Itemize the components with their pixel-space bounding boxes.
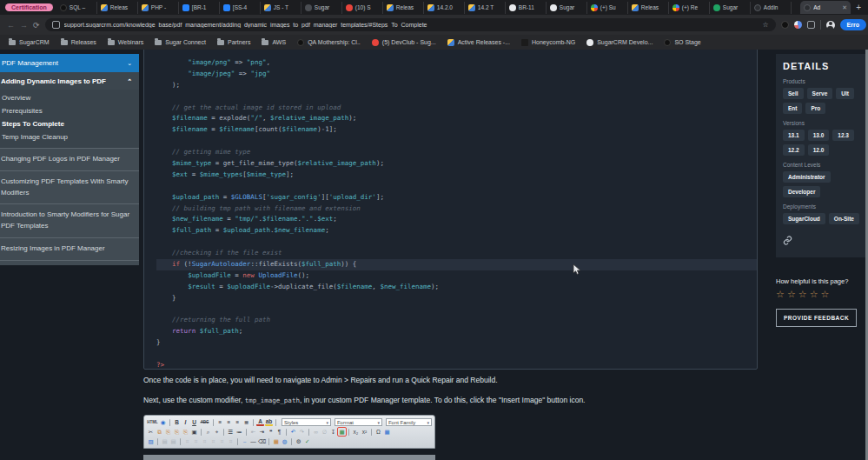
browser-tab[interactable]: PHP - xyxy=(138,2,179,14)
toolbar-icon[interactable]: ↷ xyxy=(298,428,306,436)
toolbar-icon[interactable]: ≡ xyxy=(234,418,242,426)
extensions-icon[interactable] xyxy=(807,21,815,29)
sidebar-sub-item[interactable]: Steps To Complete xyxy=(0,117,139,130)
toolbar-icon[interactable]: ⎘ xyxy=(173,428,181,436)
toolbar-icon[interactable]: ⌗ xyxy=(183,437,191,445)
new-tab-button[interactable]: + xyxy=(851,3,866,12)
bookmark-item[interactable]: SO Stage xyxy=(664,39,700,46)
toolbar-icon[interactable]: ¶ xyxy=(275,428,283,436)
toolbar-icon[interactable]: ✓ xyxy=(303,437,311,445)
sidebar-sub-item[interactable]: Overview xyxy=(0,91,139,104)
toolbar-icon[interactable] xyxy=(253,419,254,426)
bookmark-star-icon[interactable]: ☆ xyxy=(762,21,768,29)
toolbar-icon[interactable]: ≡ xyxy=(216,418,224,426)
toolbar-icon[interactable]: ▦ xyxy=(272,437,280,445)
toolbar-icon[interactable]: Ω xyxy=(374,428,382,436)
toolbar-icon[interactable] xyxy=(169,419,170,426)
toolbar-icon[interactable]: ❝ xyxy=(267,428,275,436)
bookmark-item[interactable]: SugarCRM Develo... xyxy=(586,39,653,46)
sidebar-link[interactable]: Changing PDF Logos in PDF Manager xyxy=(0,148,139,170)
toolbar-icon[interactable]: ⌫ xyxy=(258,437,266,445)
toolbar-icon[interactable]: ∞ xyxy=(312,428,320,436)
toolbar-icon[interactable] xyxy=(286,429,287,436)
toolbar-icon[interactable]: B xyxy=(173,418,181,426)
star-icon[interactable]: ☆ xyxy=(787,289,798,299)
browser-tab[interactable]: (+) Su xyxy=(587,2,628,14)
toolbar-icon[interactable]: ⌖ xyxy=(213,428,221,436)
toolbar-icon[interactable]: ab xyxy=(265,418,273,426)
toolbar-icon[interactable]: ↶ xyxy=(289,428,297,436)
toolbar-icon[interactable]: ⌕ xyxy=(204,428,212,436)
browser-tab[interactable]: Releas xyxy=(97,2,138,14)
toolbar-icon[interactable]: HTML xyxy=(147,418,158,426)
toolbar-icon[interactable]: x₂ xyxy=(352,428,360,436)
toolbar-icon[interactable]: ⎘ xyxy=(182,428,189,436)
url-bar[interactable]: support.sugarcrm.com/knowledge_base/pdf_… xyxy=(45,18,776,31)
toolbar-icon[interactable] xyxy=(246,429,247,436)
browser-tab[interactable]: Sugar xyxy=(710,2,751,14)
toolbar-icon[interactable]: ⎘ xyxy=(164,428,172,436)
browser-tab[interactable]: Addin xyxy=(751,2,792,14)
toolbar-icon[interactable]: ≔ xyxy=(235,428,243,436)
bookmark-item[interactable]: Releases xyxy=(61,39,96,45)
styles-select[interactable]: Styles ▾ xyxy=(282,418,331,426)
browser-tab[interactable]: (+) Re xyxy=(669,2,710,14)
bookmark-item[interactable]: Honeycomb-NG xyxy=(521,39,575,46)
toolbar-icon[interactable]: ↧ xyxy=(329,428,337,436)
toolbar-icon[interactable] xyxy=(308,429,309,436)
toolbar-icon[interactable]: ⎯ xyxy=(241,437,248,445)
profile-icon[interactable] xyxy=(826,21,835,30)
toolbar-icon[interactable]: ⇤ xyxy=(249,428,257,436)
toolbar-icon[interactable] xyxy=(201,429,202,436)
extension-icon-color[interactable] xyxy=(794,21,802,29)
code-block[interactable]: "image/png" => "png", "image/jpeg" => "j… xyxy=(143,50,758,370)
toolbar-icon[interactable]: ≣ xyxy=(242,418,250,426)
bookmark-item[interactable]: Active Releases -... xyxy=(447,39,510,46)
browser-tab-active[interactable]: Ad ✕ xyxy=(800,1,851,14)
toolbar-icon[interactable]: A xyxy=(256,418,264,426)
toolbar-icon[interactable]: ☰ xyxy=(227,428,235,436)
toolbar-icon[interactable]: ⧉ xyxy=(156,428,163,436)
sidebar-sub-item[interactable]: Prerequisites xyxy=(0,104,139,117)
toolbar-icon[interactable] xyxy=(223,429,224,436)
toolbar-icon[interactable]: ABC xyxy=(199,418,210,426)
toolbar-icon[interactable]: x² xyxy=(361,428,368,436)
browser-tab[interactable]: Sugar xyxy=(547,2,587,14)
toolbar-icon[interactable]: ▤ xyxy=(169,437,177,445)
toolbar-icon[interactable]: ▤ xyxy=(161,437,169,445)
bookmark-item[interactable]: AWS xyxy=(262,39,286,45)
toolbar-icon[interactable]: — xyxy=(249,437,257,445)
tab-group-label[interactable]: Certification xyxy=(5,3,53,11)
toolbar-icon[interactable]: ▦ xyxy=(383,428,391,436)
toolbar-icon[interactable] xyxy=(348,429,349,436)
toolbar-icon[interactable]: ✂ xyxy=(147,428,155,436)
toolbar-icon[interactable]: ◉ xyxy=(159,418,167,426)
sidebar-sub-item[interactable]: Temp Image Cleanup xyxy=(0,130,139,143)
toolbar-icon[interactable] xyxy=(268,438,269,445)
extension-icon-dark[interactable] xyxy=(781,21,789,29)
browser-tab[interactable]: BR-11 xyxy=(506,2,547,14)
browser-tab[interactable]: (10) S xyxy=(342,2,383,14)
site-info-icon[interactable] xyxy=(52,21,60,29)
bookmark-item[interactable]: (5) DevClub - Sug... xyxy=(372,39,436,46)
bookmark-item[interactable]: Sugar Connect xyxy=(155,39,206,45)
sidebar-link[interactable]: Introduction to Smarty Modifiers for Sug… xyxy=(0,203,139,237)
permalink-icon[interactable] xyxy=(783,233,860,249)
sidebar-link[interactable]: Resizing Images in PDF Manager xyxy=(0,237,139,260)
forward-icon[interactable]: → xyxy=(20,21,28,30)
toolbar-icon[interactable]: ▦ xyxy=(338,428,346,436)
toolbar-icon[interactable] xyxy=(157,438,158,445)
toolbar-icon[interactable] xyxy=(213,419,214,426)
toolbar-icon[interactable]: U xyxy=(190,418,198,426)
browser-tab[interactable]: JS - T xyxy=(261,2,301,14)
star-icon[interactable]: ☆ xyxy=(810,289,821,299)
toolbar-icon[interactable]: ⌗ xyxy=(192,437,200,445)
toolbar-icon[interactable]: ∅ xyxy=(321,428,328,436)
toolbar-icon[interactable] xyxy=(371,429,372,436)
browser-tab[interactable]: 14.2.0 xyxy=(424,2,465,14)
toolbar-icon[interactable]: ⚙ xyxy=(295,437,302,445)
browser-tab[interactable]: Releas xyxy=(383,2,424,14)
star-icon[interactable]: ☆ xyxy=(776,289,787,299)
toolbar-icon[interactable]: ▨ xyxy=(147,437,155,445)
sidebar-article-title[interactable]: Adding Dynamic Images to PDF ⌃ xyxy=(0,72,139,90)
